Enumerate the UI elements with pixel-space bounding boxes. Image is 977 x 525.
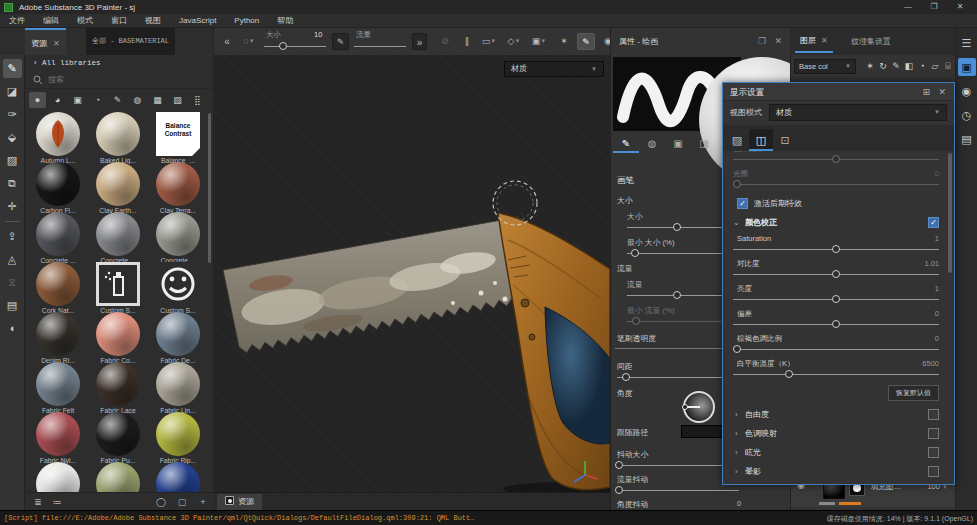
angle-dial[interactable] — [683, 391, 715, 423]
camera-mode-icon[interactable]: ▣▼ — [530, 33, 548, 50]
collapsed-section-row[interactable]: ›晕影 — [733, 462, 939, 481]
asset-item[interactable]: Fabric Felt — [30, 362, 86, 414]
setting-slider[interactable] — [733, 345, 939, 354]
viewport-3d[interactable]: 材质▼ — [213, 55, 610, 492]
param-slider[interactable] — [617, 461, 739, 470]
collapsed-section-row[interactable]: ›自由度 — [733, 405, 939, 424]
maximize-button[interactable]: ❐ — [921, 0, 947, 14]
asset-item[interactable]: Denim Ri... — [30, 312, 86, 364]
float-panel-icon[interactable]: ❐ — [758, 28, 766, 55]
close-icon[interactable]: ✕ — [53, 39, 60, 48]
close-icon[interactable]: ✕ — [774, 28, 782, 55]
import-resources-button[interactable]: ▢ — [174, 495, 190, 509]
eraser-tool-icon[interactable]: ◪ — [3, 82, 22, 101]
add-folder-icon[interactable]: ▱ — [928, 59, 942, 74]
param-slider[interactable] — [617, 486, 739, 495]
toolbar-collapse-button[interactable]: « — [220, 33, 234, 50]
add-paint-layer-icon[interactable]: ✎ — [889, 59, 903, 74]
setting-slider[interactable] — [733, 270, 939, 279]
export-resources-icon[interactable]: ⇪ — [3, 227, 22, 246]
polygon-fill-tool-icon[interactable]: ⬙ — [3, 128, 22, 147]
mask-editor-icon[interactable]: ◖ — [3, 319, 22, 338]
bottom-tab-assets[interactable]: 资源 — [217, 494, 262, 510]
dock-grid-icon[interactable]: ⊞ — [922, 83, 930, 101]
filter-alphas[interactable]: ◍ — [129, 92, 146, 108]
asset-item[interactable]: Fabric De... — [150, 312, 206, 364]
checkbox[interactable]: ✓ — [928, 217, 939, 228]
param-slider[interactable] — [617, 373, 739, 382]
brush-preset-button[interactable]: ✎ — [332, 33, 349, 50]
stroke-shape-button[interactable]: ◌▼ — [240, 33, 258, 50]
collapsed-section-row[interactable]: ›眩光 — [733, 443, 939, 462]
add-smart-material-icon[interactable]: ✶ — [863, 59, 877, 74]
close-icon[interactable]: ✕ — [938, 83, 946, 101]
asset-item[interactable]: Baked Lig... — [90, 112, 146, 164]
tab-texture-set-settings[interactable]: 纹理集设置 — [845, 28, 897, 55]
dock-history-icon[interactable]: ◷ — [958, 106, 976, 124]
asset-item[interactable]: Clay Terra... — [150, 162, 206, 214]
menu-item-0[interactable]: 文件 — [0, 14, 34, 28]
blend-mode-select[interactable]: Base col▼ — [794, 59, 856, 74]
filter-brushes[interactable]: ✎ — [109, 92, 126, 108]
checkbox[interactable] — [928, 409, 939, 420]
setting-slider[interactable] — [733, 245, 939, 254]
material-tab[interactable]: ◨ — [691, 135, 717, 153]
display-settings-header[interactable]: 显示设置 ⊞ ✕ — [723, 83, 954, 101]
setting-slider[interactable] — [733, 320, 939, 329]
paint-mode-icon[interactable]: ✎ — [577, 33, 595, 50]
asset-item[interactable]: Carbon Fi... — [30, 162, 86, 214]
asset-item[interactable] — [90, 462, 146, 492]
checkbox[interactable]: ✓ — [737, 198, 748, 209]
asset-item[interactable]: Fabric Lace — [90, 362, 146, 414]
clone-tool-icon[interactable]: ⧉ — [3, 174, 22, 193]
toolbar-expand-button[interactable]: » — [412, 33, 427, 50]
filter-smart-masks[interactable]: ◔ — [89, 92, 106, 108]
setting-slider[interactable] — [733, 155, 939, 164]
geometry-mask-icon[interactable]: ◇▼ — [505, 33, 523, 50]
checkbox[interactable] — [928, 428, 939, 439]
checkbox[interactable] — [928, 447, 939, 458]
projection-tool-icon[interactable]: ✑ — [3, 105, 22, 124]
reset-defaults-button[interactable]: 恢复默认值 — [888, 385, 939, 401]
add-effect-icon[interactable]: ↻ — [876, 59, 890, 74]
filter-environments[interactable]: ▧ — [169, 92, 186, 108]
setting-slider[interactable] — [733, 180, 939, 189]
viewport-mode-select[interactable]: 材质▼ — [504, 61, 604, 77]
viewport-tab[interactable]: ⊡ — [773, 129, 797, 151]
dock-display-settings-icon[interactable]: ▣ — [958, 58, 976, 76]
add-resource-button[interactable]: + — [195, 495, 211, 509]
collapsed-section-row[interactable]: ›镜头畸变 — [733, 481, 939, 485]
asset-item[interactable]: Autumn L... — [30, 112, 86, 164]
tab-assets-path[interactable]: 全部 - BASEMATERIAL — [86, 28, 175, 55]
asset-item[interactable]: Custom S... — [90, 262, 146, 314]
filter-materials[interactable]: ◕ — [49, 92, 66, 108]
filter-smart-materials[interactable]: ▣ — [69, 92, 86, 108]
dock-log-icon[interactable]: ▤ — [958, 130, 976, 148]
menu-item-5[interactable]: JavaScript — [170, 14, 225, 28]
viewport-display-icon[interactable]: ▭▼ — [480, 33, 498, 50]
material-picker-tool-icon[interactable]: ✛ — [3, 197, 22, 216]
asset-item[interactable]: Fabric Lin... — [150, 362, 206, 414]
view-mode-select[interactable]: 材质▼ — [769, 104, 947, 121]
refresh-button[interactable]: ◯ — [153, 495, 169, 509]
setting-slider[interactable] — [733, 295, 939, 304]
stencil-tab[interactable]: ▣ — [665, 135, 691, 153]
filter-grid[interactable]: ⣿ — [189, 92, 206, 108]
asset-item[interactable]: Fabric Nyl... — [30, 412, 86, 464]
asset-item[interactable]: Clay Earth... — [90, 162, 146, 214]
tab-assets[interactable]: 资源✕ — [25, 28, 66, 55]
menu-item-4[interactable]: 视图 — [136, 14, 170, 28]
environment-tab[interactable]: ▨ — [725, 129, 749, 151]
close-button[interactable]: ✕ — [947, 0, 973, 14]
asset-item[interactable]: Fabric Pu... — [90, 412, 146, 464]
menu-item-7[interactable]: 帮助 — [268, 14, 302, 28]
minimize-button[interactable]: — — [895, 0, 921, 14]
paint-tool-icon[interactable]: ✎ — [3, 59, 22, 78]
collapsed-section-row[interactable]: ›色调映射 — [733, 424, 939, 443]
add-smart-mask-icon[interactable]: ◔ — [915, 59, 929, 74]
filter-all-spheres[interactable]: ● — [29, 92, 46, 108]
tab-layers[interactable]: 图层✕ — [795, 28, 833, 53]
asset-item[interactable]: Concrete ... — [90, 212, 146, 264]
dock-shader-settings-icon[interactable]: ◉ — [958, 82, 976, 100]
log-document-icon[interactable]: ▤ — [3, 296, 22, 315]
